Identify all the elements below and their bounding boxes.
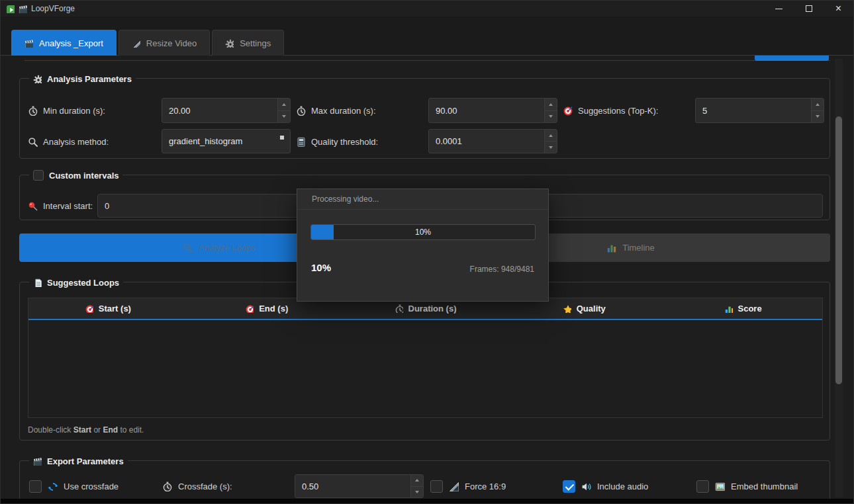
spin-buttons (544, 130, 557, 153)
suggestions-topk-label: Suggestions (Top-K): (563, 98, 658, 123)
tab-analysis-export[interactable]: Analysis _Export (11, 30, 117, 56)
quality-threshold-spinbox[interactable]: 0.0001 (428, 129, 557, 153)
option-label: Embed thumbnail (731, 482, 798, 491)
spinbox-value[interactable]: 0.0001 (429, 130, 544, 153)
include-audio-option: Include audio (563, 474, 648, 498)
vertical-scrollbar-thumb[interactable] (835, 116, 842, 384)
star-icon (563, 304, 571, 313)
column-header-score[interactable]: Score (663, 298, 822, 319)
stopwatch-icon (296, 106, 306, 116)
button-label: Analyze Loops (199, 243, 255, 253)
column-label: Score (738, 304, 762, 314)
custom-intervals-title: Custom intervals (29, 169, 122, 181)
min-duration-spinbox[interactable]: 20.00 (162, 98, 291, 123)
ruler-icon (132, 39, 140, 48)
close-icon: × (835, 3, 841, 14)
group-title-label: Export Parameters (47, 456, 124, 466)
use-crossfade-option: Use crossfade (29, 474, 119, 498)
max-duration-spinbox[interactable]: 90.00 (428, 98, 557, 123)
stopwatch-icon (28, 106, 38, 116)
arrow-down-icon (549, 146, 553, 149)
pushpin-icon (28, 201, 38, 211)
spin-down-button[interactable] (545, 111, 557, 123)
input-value: 0 (105, 201, 109, 211)
clapperboard-icon (19, 5, 27, 13)
arrow-up-icon (282, 103, 286, 106)
column-label: End (s) (259, 304, 288, 314)
spinbox-value[interactable]: 0.50 (295, 475, 410, 497)
close-button[interactable]: × (824, 1, 853, 17)
group-title-label: Suggested Loops (47, 278, 119, 288)
crossfade-seconds-spinbox[interactable]: 0.50 (295, 474, 424, 498)
spin-up-button[interactable] (812, 99, 824, 111)
label-text: Min duration (s): (43, 106, 105, 116)
spin-down-button[interactable] (411, 487, 423, 498)
bottom-strip (1, 499, 853, 504)
arrow-down-icon (282, 115, 286, 118)
custom-intervals-checkbox[interactable] (33, 170, 44, 181)
minimize-button[interactable] (764, 1, 794, 17)
spin-down-button[interactable] (812, 111, 824, 123)
offscreen-button-bottom-edge[interactable] (755, 56, 829, 61)
include-audio-checkbox[interactable] (563, 480, 575, 493)
spin-down-button[interactable] (278, 111, 290, 123)
use-crossfade-checkbox[interactable] (29, 480, 42, 493)
arrow-down-icon (549, 115, 553, 118)
spin-up-button[interactable] (411, 475, 423, 487)
force-169-option: Force 16:9 (430, 474, 506, 498)
button-label: Timeline (622, 243, 655, 253)
target-icon (85, 304, 93, 313)
arrow-down-icon (816, 115, 820, 118)
suggestions-topk-spinbox[interactable]: 5 (695, 98, 824, 123)
embed-thumbnail-checkbox[interactable] (696, 480, 709, 493)
minimize-icon (775, 9, 783, 9)
gear-icon (225, 39, 234, 48)
bar-chart-icon (606, 243, 616, 253)
min-duration-label: Min duration (s): (28, 98, 105, 123)
export-parameters-title: Export Parameters (29, 455, 128, 467)
window-controls: × (764, 1, 853, 17)
label-text: Interval start: (43, 201, 93, 211)
interval-start-label: Interval start: (28, 194, 93, 218)
suggested-loops-title: Suggested Loops (29, 276, 123, 288)
label-text: Suggestions (Top-K): (578, 106, 658, 116)
spin-up-button[interactable] (545, 130, 557, 142)
tab-settings[interactable]: Settings (212, 30, 284, 56)
arrow-up-icon (549, 103, 553, 106)
arrow-up-icon (415, 479, 419, 482)
group-title-label: Custom intervals (49, 171, 119, 181)
analysis-method-label: Analysis method: (28, 129, 109, 154)
label-text: Max duration (s): (311, 106, 376, 116)
hint-text: to edit. (118, 425, 144, 435)
analysis-method-combobox[interactable]: gradient_histogram (162, 129, 291, 153)
app-window: LoopVForge × Analysis _Export Resize Vid… (0, 0, 854, 504)
progress-dialog-title[interactable]: Processing video... (297, 189, 548, 210)
combobox-indicator-icon (280, 136, 284, 140)
progress-percent-label: 10% (311, 262, 331, 273)
spinbox-value[interactable]: 90.00 (429, 99, 544, 122)
spin-buttons (811, 99, 824, 122)
force-169-checkbox[interactable] (430, 480, 443, 493)
spinbox-value[interactable]: 5 (696, 99, 811, 122)
progress-dialog: Processing video... 10% 10% Frames: 948/… (297, 189, 549, 302)
tab-resize-video[interactable]: Resize Video (119, 30, 210, 56)
progress-bar: 10% (310, 224, 536, 240)
gear-icon (33, 75, 42, 83)
column-header-start[interactable]: Start (s) (28, 298, 187, 319)
maximize-button[interactable] (794, 1, 824, 17)
hint-bold-start: Start (73, 425, 91, 435)
spin-up-button[interactable] (278, 99, 290, 111)
quality-threshold-label: Quality threshold: (296, 129, 378, 154)
app-icon (6, 5, 15, 13)
label-text: Crossfade (s): (178, 482, 232, 491)
spin-down-button[interactable] (545, 142, 557, 153)
spinbox-value[interactable]: 20.00 (162, 99, 277, 122)
suggested-loops-table: Start (s) End (s) Duration (s) Quality S… (28, 298, 823, 418)
arrow-up-icon (549, 134, 553, 137)
title-bar[interactable]: LoopVForge × (1, 1, 853, 17)
hint-text: or (91, 425, 103, 435)
stopwatch-icon (162, 482, 172, 491)
hint-bold-end: End (103, 425, 118, 435)
tab-label: Settings (240, 38, 271, 48)
spin-up-button[interactable] (545, 99, 557, 111)
